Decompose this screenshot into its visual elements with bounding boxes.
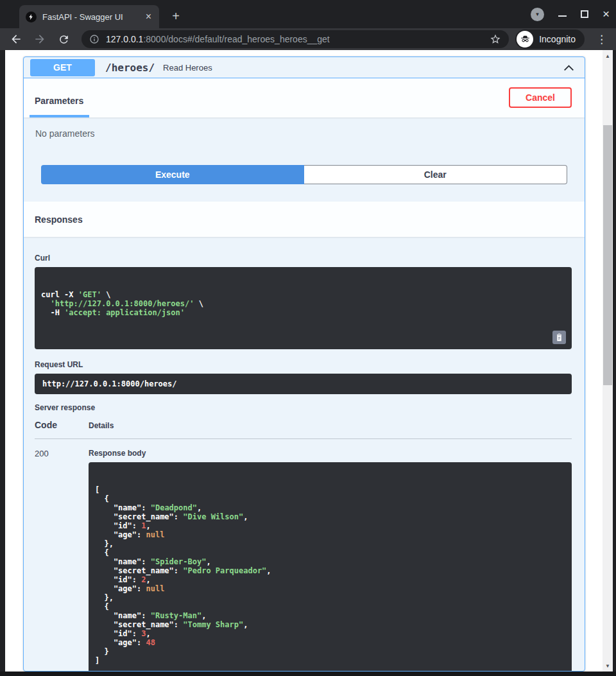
response-body: [ { "name": "Deadpond", "secret_name": "…: [89, 462, 572, 672]
back-button[interactable]: [9, 33, 23, 46]
parameters-header: Parameters Cancel: [24, 78, 585, 117]
window-maximize-button[interactable]: [581, 10, 588, 18]
window-controls: ▾ ×: [531, 6, 610, 22]
responses-header: Responses: [24, 202, 585, 237]
curl-label: Curl: [35, 254, 572, 263]
tab-parameters: Parameters: [30, 96, 89, 117]
incognito-badge: Incognito: [515, 30, 585, 49]
tab-search-button[interactable]: ▾: [531, 8, 544, 21]
browser-toolbar: 127.0.0.1:8000/docs#/default/read_heroes…: [0, 28, 616, 50]
reload-icon: [58, 33, 70, 46]
browser-menu-button[interactable]: ⋮: [592, 33, 611, 46]
endpoint-path[interactable]: /heroes/: [105, 62, 155, 74]
status-code: 200: [35, 449, 89, 672]
browser-tab[interactable]: FastAPI - Swagger UI ×: [19, 5, 159, 28]
url-bar[interactable]: 127.0.0.1:8000/docs#/default/read_heroes…: [81, 30, 509, 48]
fastapi-logo-icon: [26, 12, 37, 22]
window-bottom-frame: [0, 672, 616, 676]
request-url-value: http://127.0.0.1:8000/heroes/: [35, 374, 572, 394]
responses-body: Curl curl -X 'GET' \ 'http://127.0.0.1:8…: [24, 237, 585, 672]
incognito-label: Incognito: [539, 34, 576, 44]
window-close-button[interactable]: ×: [603, 8, 610, 20]
collapse-button[interactable]: [560, 63, 578, 73]
incognito-icon: [517, 31, 533, 48]
response-row: 200 Response body [ { "name": "Deadpond"…: [35, 439, 572, 672]
opblock-header[interactable]: GET /heroes/ Read Heroes: [24, 57, 585, 78]
response-detail: Response body [ { "name": "Deadpond", "s…: [89, 449, 572, 672]
forward-button[interactable]: [33, 33, 47, 46]
new-tab-button[interactable]: +: [168, 9, 184, 24]
scrollbar-up-icon[interactable]: ▲: [603, 51, 613, 60]
bookmark-star-icon[interactable]: [490, 33, 501, 45]
endpoint-summary: Read Heroes: [163, 63, 212, 73]
scrollbar-thumb[interactable]: [603, 125, 612, 385]
execute-row: Execute Clear: [41, 165, 567, 184]
url-path: :8000/docs#/default/read_heroes_heroes__…: [143, 34, 329, 44]
page-content: GET /heroes/ Read Heroes Parameters Canc…: [5, 50, 603, 672]
clipboard-icon: [555, 333, 563, 342]
method-badge: GET: [30, 59, 95, 76]
scrollbar-down-icon[interactable]: ▼: [603, 661, 613, 670]
no-parameters-text: No parameters: [35, 128, 574, 139]
url-text: 127.0.0.1:8000/docs#/default/read_heroes…: [106, 34, 484, 44]
cancel-button[interactable]: Cancel: [509, 87, 572, 108]
site-info-icon[interactable]: [89, 34, 99, 44]
curl-command: curl -X 'GET' \ 'http://127.0.0.1:8000/h…: [35, 267, 572, 349]
response-body-label: Response body: [89, 449, 572, 458]
request-url-label: Request URL: [35, 360, 572, 369]
responses-title: Responses: [35, 214, 83, 225]
server-response-label: Server response: [35, 403, 572, 412]
reload-button[interactable]: [56, 33, 71, 46]
execute-button[interactable]: Execute: [41, 165, 304, 184]
tab-close-icon[interactable]: ×: [144, 12, 153, 22]
url-host: 127.0.0.1: [106, 34, 143, 44]
opblock-get-heroes: GET /heroes/ Read Heroes Parameters Canc…: [23, 56, 585, 672]
parameters-body: No parameters Execute Clear: [24, 117, 585, 202]
arrow-left-icon: [10, 33, 22, 46]
chevron-up-icon: [563, 64, 574, 71]
scrollbar[interactable]: ▲ ▼: [603, 50, 613, 672]
tab-title: FastAPI - Swagger UI: [42, 12, 139, 22]
browser-titlebar: FastAPI - Swagger UI × + ▾ ×: [0, 0, 616, 28]
chevron-down-icon: ▾: [536, 11, 539, 17]
window-minimize-button[interactable]: [558, 15, 567, 17]
code-column-header: Code: [35, 420, 89, 430]
clear-button[interactable]: Clear: [304, 165, 568, 184]
copy-curl-button[interactable]: [552, 331, 566, 344]
arrow-right-icon: [33, 33, 46, 46]
details-column-header: Details: [89, 420, 114, 430]
response-table-header: Code Details: [35, 420, 572, 439]
